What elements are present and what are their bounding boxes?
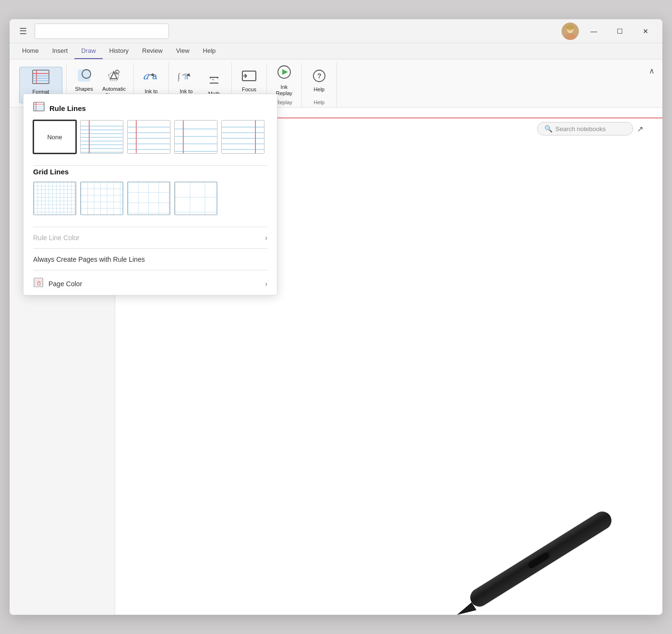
page-color-arrow: › bbox=[265, 280, 267, 288]
stylus-pen-svg bbox=[432, 386, 662, 615]
section-divider-3 bbox=[33, 248, 267, 249]
rule-line-narrow[interactable] bbox=[80, 120, 123, 154]
ink-replay-icon bbox=[276, 64, 293, 83]
ink-to-math-icon: ∫ π bbox=[178, 69, 195, 87]
search-notebooks-area: 🔍 Search notebooks ↗ bbox=[537, 122, 643, 135]
svg-marker-26 bbox=[282, 69, 288, 75]
svg-text:𝑎: 𝑎 bbox=[143, 71, 150, 81]
rule-lines-section: Rule Lines None bbox=[24, 102, 277, 163]
section-divider-2 bbox=[33, 227, 267, 227]
svg-rect-49 bbox=[128, 121, 169, 153]
help-buttons: ? Help bbox=[306, 62, 333, 98]
ribbon-group-help: ? Help Help bbox=[302, 62, 337, 107]
grid-lines-header: Grid Lines bbox=[33, 168, 267, 176]
rule-lines-section-icon bbox=[33, 102, 45, 114]
svg-rect-33 bbox=[34, 102, 44, 111]
tab-view[interactable]: View bbox=[169, 43, 196, 59]
search-small-icon: 🔍 bbox=[544, 125, 552, 133]
grid-large[interactable] bbox=[127, 182, 170, 215]
svg-text:∫: ∫ bbox=[178, 72, 180, 82]
grid-xlarge[interactable] bbox=[174, 182, 217, 215]
rule-line-medium[interactable] bbox=[127, 120, 170, 154]
svg-rect-56 bbox=[175, 121, 216, 153]
grid-small[interactable] bbox=[33, 182, 76, 215]
section-divider-1 bbox=[33, 165, 267, 166]
grid-line-options bbox=[33, 182, 267, 215]
section-divider-4 bbox=[33, 270, 267, 270]
title-bar-right: — ☐ ✕ bbox=[562, 23, 657, 40]
replay-group-label: Replay bbox=[276, 98, 292, 107]
close-button[interactable]: ✕ bbox=[635, 24, 657, 39]
collapse-ribbon-button[interactable]: ∧ bbox=[649, 66, 655, 75]
automatic-shapes-icon: ✦ bbox=[107, 68, 121, 85]
svg-point-4 bbox=[566, 25, 575, 30]
ink-to-text-icon: 𝑎 a bbox=[143, 69, 160, 87]
tab-draw[interactable]: Draw bbox=[74, 43, 102, 59]
svg-text:×: × bbox=[216, 76, 219, 80]
app-window: ☰ — ☐ ✕ Home Insert Draw History R bbox=[10, 19, 662, 615]
minimize-button[interactable]: — bbox=[583, 24, 605, 39]
hamburger-menu[interactable]: ☰ bbox=[15, 26, 31, 37]
page-color-label: Page Color bbox=[48, 280, 260, 288]
stylus-pen-area bbox=[432, 386, 662, 615]
format-background-dropdown: Rule Lines None bbox=[23, 94, 277, 295]
help-icon: ? bbox=[311, 69, 327, 85]
rule-line-wide[interactable] bbox=[174, 120, 217, 154]
search-notebooks-input[interactable]: 🔍 Search notebooks bbox=[537, 122, 633, 135]
search-notebooks-placeholder: Search notebooks bbox=[555, 125, 606, 133]
rule-lines-header: Rule Lines bbox=[33, 102, 267, 114]
page-color-icon: 🗒 bbox=[33, 277, 44, 290]
none-label: None bbox=[47, 134, 62, 141]
tab-insert[interactable]: Insert bbox=[46, 43, 75, 59]
tab-home[interactable]: Home bbox=[15, 43, 46, 59]
rule-line-color-label: Rule Line Color bbox=[33, 234, 80, 242]
expand-search-button[interactable]: ↗ bbox=[637, 124, 643, 134]
svg-rect-76 bbox=[175, 182, 216, 215]
maximize-button[interactable]: ☐ bbox=[609, 24, 631, 39]
help-group-label: Help bbox=[314, 98, 325, 107]
grid-lines-title: Grid Lines bbox=[33, 168, 69, 176]
svg-text:?: ? bbox=[317, 72, 322, 80]
rule-line-color-item[interactable]: Rule Line Color › bbox=[24, 229, 277, 246]
focus-label: Focus bbox=[242, 86, 256, 93]
svg-text:🗒: 🗒 bbox=[36, 280, 42, 286]
rule-line-color-arrow: › bbox=[265, 234, 267, 242]
title-search-box[interactable] bbox=[35, 24, 169, 39]
user-avatar[interactable] bbox=[562, 23, 579, 40]
svg-rect-62 bbox=[222, 121, 264, 153]
page-color-item[interactable]: 🗒 Page Color › bbox=[24, 272, 277, 295]
focus-icon bbox=[241, 69, 257, 85]
svg-text:a: a bbox=[152, 72, 157, 81]
grid-lines-section: Grid Lines bbox=[24, 168, 277, 225]
title-bar: ☰ — ☐ ✕ bbox=[10, 19, 662, 43]
svg-rect-5 bbox=[33, 70, 49, 84]
rule-line-college[interactable] bbox=[221, 120, 264, 154]
grid-medium[interactable] bbox=[80, 182, 123, 215]
wide-rule-svg bbox=[175, 121, 217, 153]
always-create-pages-label: Always Create Pages with Rule Lines bbox=[33, 256, 145, 263]
shapes-icon bbox=[77, 68, 91, 85]
math-icon: ÷ + × bbox=[207, 73, 221, 90]
tab-history[interactable]: History bbox=[103, 43, 135, 59]
focus-button[interactable]: Focus bbox=[236, 63, 263, 98]
svg-rect-74 bbox=[128, 182, 169, 215]
svg-rect-39 bbox=[81, 121, 122, 153]
title-bar-left: ☰ bbox=[15, 24, 169, 39]
narrow-rule-svg bbox=[81, 121, 123, 153]
rule-line-options: None bbox=[33, 120, 267, 154]
medium-rule-svg bbox=[128, 121, 170, 153]
svg-rect-11 bbox=[78, 70, 90, 81]
rule-line-none[interactable]: None bbox=[33, 120, 76, 154]
tab-review[interactable]: Review bbox=[135, 43, 169, 59]
svg-rect-70 bbox=[34, 182, 75, 215]
ribbon-tabs: Home Insert Draw History Review View Hel… bbox=[10, 43, 662, 60]
rule-lines-title: Rule Lines bbox=[49, 104, 86, 112]
always-create-pages-item[interactable]: Always Create Pages with Rule Lines bbox=[24, 251, 277, 268]
ink-replay-label: InkReplay bbox=[276, 84, 292, 97]
format-background-icon bbox=[32, 69, 50, 88]
help-button[interactable]: ? Help bbox=[306, 63, 333, 98]
college-rule-svg bbox=[222, 121, 264, 153]
svg-text:+: + bbox=[209, 76, 212, 80]
tab-help[interactable]: Help bbox=[196, 43, 223, 59]
svg-text:÷: ÷ bbox=[212, 77, 215, 82]
